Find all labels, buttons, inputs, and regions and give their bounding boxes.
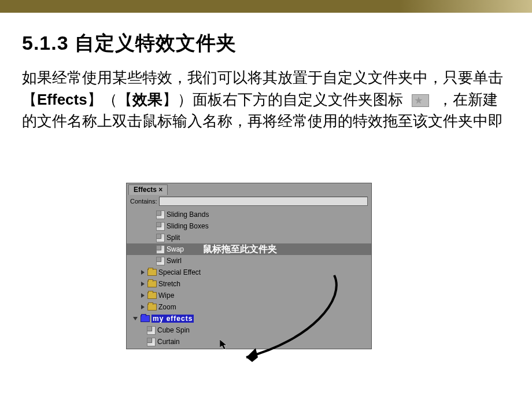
custom-folder-icon	[412, 94, 429, 107]
item-label[interactable]: my effects	[152, 315, 194, 323]
tree-row[interactable]: Cube Spin	[127, 324, 371, 336]
item-label: Sliding Bands	[167, 210, 209, 219]
panel-tab-bar: Effects ×	[127, 183, 371, 195]
tree-row[interactable]: Swap鼠标拖至此文件夹	[127, 243, 371, 255]
chevron-down-icon[interactable]	[133, 316, 139, 322]
para-text-5: 】）面板右下方的自定义文件夹图标	[162, 91, 403, 108]
svg-marker-0	[246, 348, 258, 362]
tree-row[interactable]: Split	[127, 232, 371, 243]
slide-top-accent	[0, 0, 532, 13]
drag-hint-text: 鼠标拖至此文件夹	[203, 243, 277, 256]
effect-icon	[156, 222, 165, 231]
item-label: Swap	[167, 245, 184, 253]
item-label: Zoom	[158, 303, 176, 311]
effects-panel: Effects × Contains: Sliding BandsSliding…	[126, 183, 372, 349]
effect-icon	[156, 245, 165, 254]
contains-label: Contains:	[130, 198, 157, 205]
body-paragraph: 如果经常使用某些特效，我们可以将其放置于自定义文件夹中，只要单击【Effects…	[22, 67, 510, 132]
tree-row[interactable]: Wipe	[127, 290, 371, 301]
chevron-right-icon[interactable]	[140, 281, 146, 287]
item-label: Cube Spin	[157, 326, 190, 334]
slide-content: 5.1.3 自定义特效文件夹 如果经常使用某些特效，我们可以将其放置于自定义文件…	[0, 13, 532, 132]
effect-icon	[156, 210, 165, 219]
para-text-3: 】（【	[87, 91, 132, 108]
contains-row: Contains:	[127, 195, 371, 208]
tree-row[interactable]: Curtain	[127, 336, 371, 348]
tab-label: Effects	[134, 186, 157, 194]
effect-icon	[147, 338, 156, 346]
close-icon[interactable]: ×	[158, 186, 162, 194]
chevron-right-icon[interactable]	[140, 304, 146, 310]
tree-row[interactable]: Sliding Boxes	[127, 220, 371, 232]
folder-icon	[147, 292, 157, 299]
folder-icon	[147, 269, 157, 276]
effect-icon	[156, 234, 165, 242]
effect-icon	[147, 326, 156, 335]
item-label: Swirl	[167, 257, 182, 265]
item-label: Sliding Boxes	[167, 222, 209, 230]
effects-label-en: Effects	[37, 91, 87, 108]
folder-icon	[147, 280, 157, 287]
contains-input[interactable]	[159, 197, 368, 206]
tree-row[interactable]: my effects	[127, 313, 371, 324]
item-label: Curtain	[157, 338, 180, 346]
chevron-right-icon[interactable]	[140, 293, 146, 298]
effect-icon	[156, 257, 165, 265]
folder-icon	[147, 304, 157, 311]
tree-row[interactable]: Sliding Bands	[127, 209, 371, 220]
section-heading: 5.1.3 自定义特效文件夹	[22, 30, 510, 57]
effects-tab[interactable]: Effects ×	[128, 184, 168, 195]
effects-label-cn: 效果	[132, 91, 162, 108]
tree-row[interactable]: Special Effect	[127, 267, 371, 278]
tree-row[interactable]: Stretch	[127, 278, 371, 290]
item-label: Stretch	[158, 280, 180, 288]
folder-icon	[141, 315, 150, 322]
item-label: Special Effect	[158, 268, 201, 276]
effects-panel-screenshot: Effects × Contains: Sliding BandsSliding…	[126, 183, 372, 349]
tree-row[interactable]: Zoom	[127, 301, 371, 313]
item-label: Split	[167, 234, 180, 242]
item-label: Wipe	[158, 291, 174, 300]
chevron-right-icon[interactable]	[140, 269, 146, 275]
effects-tree: Sliding BandsSliding BoxesSplitSwap鼠标拖至此…	[127, 208, 371, 349]
tree-row[interactable]: Swirl	[127, 255, 371, 267]
